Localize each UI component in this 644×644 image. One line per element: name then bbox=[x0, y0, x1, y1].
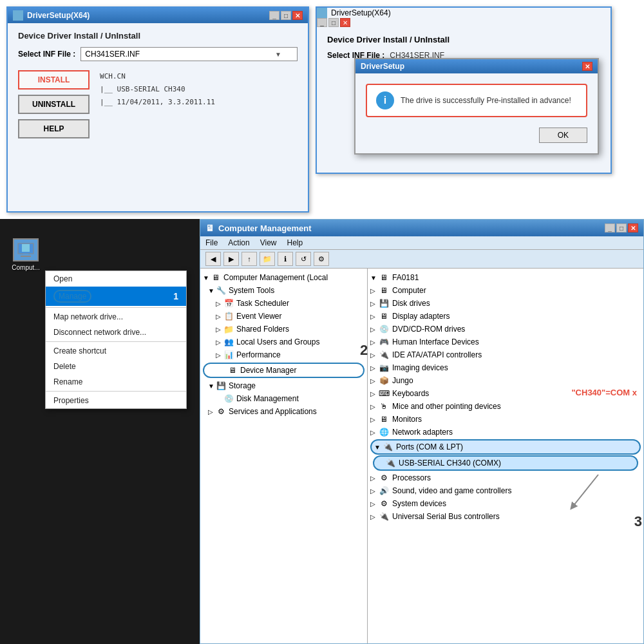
info-line2: |__ USB-SERIAL CH340 bbox=[100, 83, 215, 96]
tree-storage[interactable]: ▼ 💾 Storage bbox=[200, 379, 367, 392]
expand-icon: ▷ bbox=[370, 287, 378, 294]
hid-icon: 🎮 bbox=[378, 337, 390, 347]
success-dialog-close[interactable]: ✕ bbox=[582, 62, 592, 71]
dev-jungo[interactable]: ▷ 📦 Jungo bbox=[368, 374, 643, 387]
dev-label-display: Display adapters bbox=[392, 312, 450, 321]
dev-hid[interactable]: ▷ 🎮 Human Interface Devices bbox=[368, 336, 643, 348]
tree-shared-folders[interactable]: ▷ 📁 Shared Folders bbox=[200, 323, 367, 336]
uninstall-button[interactable]: UNINSTALL bbox=[18, 95, 90, 114]
dev-fa0181[interactable]: ▼ 🖥 FA0181 bbox=[368, 271, 643, 284]
ok-button[interactable]: OK bbox=[539, 128, 587, 143]
tree-event-viewer[interactable]: ▷ 📋 Event Viewer bbox=[200, 310, 367, 323]
close-btn-right[interactable]: ✕ bbox=[340, 18, 350, 27]
svg-rect-2 bbox=[23, 254, 28, 256]
menu-action[interactable]: Action bbox=[228, 238, 249, 247]
dev-computer[interactable]: ▷ 🖥 Computer bbox=[368, 284, 643, 297]
expand-icon: ▷ bbox=[370, 513, 378, 520]
dev-disk-drives[interactable]: ▷ 💾 Disk drives bbox=[368, 297, 643, 310]
comp-mgmt-minimize[interactable]: _ bbox=[605, 223, 615, 232]
menu-help[interactable]: Help bbox=[287, 238, 303, 247]
toolbar-up[interactable]: ↑ bbox=[242, 252, 257, 266]
annotation-3: 3 bbox=[634, 513, 642, 530]
dev-network-adapters[interactable]: ▷ 🌐 Network adapters bbox=[368, 426, 643, 439]
dev-display-adapters[interactable]: ▷ 🖥 Display adapters bbox=[368, 310, 643, 323]
dev-mice[interactable]: ▷ 🖱 Mice and other pointing devices bbox=[368, 400, 643, 413]
jungo-icon: 📦 bbox=[378, 375, 390, 386]
dev-monitors[interactable]: ▷ 🖥 Monitors bbox=[368, 413, 643, 426]
tree-label-perf: Performance bbox=[236, 350, 281, 359]
tree-label-task: Task Scheduler bbox=[236, 299, 289, 308]
menu-item-delete[interactable]: Delete bbox=[46, 359, 186, 374]
proc-icon: ⚙ bbox=[378, 473, 390, 483]
toolbar-info[interactable]: ℹ bbox=[278, 252, 293, 266]
toolbar-refresh[interactable]: ↺ bbox=[296, 252, 311, 266]
comp-mgmt-icon: 🖥 bbox=[205, 223, 214, 233]
driver-buttons-group: INSTALL UNINSTALL HELP bbox=[18, 70, 90, 138]
dev-label-usb-ctrl: Universal Serial Bus controllers bbox=[392, 512, 500, 521]
fa0181-icon: 🖥 bbox=[378, 272, 390, 283]
tree-local-users[interactable]: ▷ 👥 Local Users and Groups bbox=[200, 336, 367, 348]
inf-dropdown[interactable]: CH341SER.INF ▼ bbox=[80, 47, 298, 61]
dev-label-dvd: DVD/CD-ROM drives bbox=[392, 325, 465, 334]
toolbar-back[interactable]: ◀ bbox=[205, 252, 221, 266]
success-message-row: i The drive is successfully Pre-installe… bbox=[366, 84, 587, 117]
toolbar-folder[interactable]: 📁 bbox=[260, 252, 275, 266]
expand-icon: ▼ bbox=[208, 383, 216, 390]
toolbar-props[interactable]: ⚙ bbox=[314, 252, 329, 266]
inf-label: Select INF File : bbox=[18, 50, 75, 59]
tree-system-tools[interactable]: ▼ 🔧 System Tools bbox=[200, 284, 367, 297]
menu-item-rename[interactable]: Rename bbox=[46, 374, 186, 390]
expand-icon: ▷ bbox=[216, 326, 223, 333]
tree-device-manager[interactable]: 🖥 Device Manager bbox=[203, 363, 365, 378]
mgmt-right-pane: ▼ 🖥 FA0181 ▷ 🖥 Computer ▷ 💾 Disk drives … bbox=[368, 269, 643, 643]
maximize-btn-right[interactable]: □ bbox=[328, 18, 339, 27]
dev-imaging[interactable]: ▷ 📷 Imaging devices bbox=[368, 361, 643, 374]
menu-disconnect-label: Disconnect network drive... bbox=[53, 328, 146, 337]
tree-label-users: Local Users and Groups bbox=[236, 337, 319, 346]
menu-create-shortcut-label: Create shortcut bbox=[53, 346, 106, 355]
dev-ide[interactable]: ▷ 🔌 IDE ATA/ATAPI controllers bbox=[368, 348, 643, 361]
menu-file[interactable]: File bbox=[205, 238, 218, 247]
minimize-btn[interactable]: _ bbox=[269, 11, 279, 20]
dev-label-jungo: Jungo bbox=[392, 376, 413, 385]
tree-services[interactable]: ▷ ⚙ Services and Applications bbox=[200, 405, 367, 418]
menu-separator3 bbox=[46, 391, 186, 392]
expand-icon: ▷ bbox=[370, 429, 378, 436]
computer-management-window: 🖥 Computer Management _ □ ✕ File Action … bbox=[200, 219, 644, 644]
comp-mgmt-close[interactable]: ✕ bbox=[628, 223, 638, 232]
install-button[interactable]: INSTALL bbox=[18, 70, 90, 90]
close-btn[interactable]: ✕ bbox=[292, 11, 303, 20]
tree-computer-mgmt-local[interactable]: ▼ 🖥 Computer Management (Local bbox=[200, 271, 367, 284]
system-tools-icon: 🔧 bbox=[216, 285, 226, 296]
dev-ports[interactable]: ▼ 🔌 Ports (COM & LPT) bbox=[370, 439, 641, 455]
menu-open-label: Open bbox=[53, 274, 72, 283]
tree-performance[interactable]: ▷ 📊 Performance bbox=[200, 348, 367, 361]
dev-label-sysdev: System devices bbox=[392, 499, 446, 508]
menu-item-create-shortcut[interactable]: Create shortcut bbox=[46, 343, 186, 359]
help-button[interactable]: HELP bbox=[18, 119, 90, 138]
menu-view[interactable]: View bbox=[260, 238, 277, 247]
menu-item-manage[interactable]: Manage 1 bbox=[46, 287, 186, 306]
toolbar-forward[interactable]: ▶ bbox=[223, 252, 239, 266]
menu-rename-label: Rename bbox=[53, 377, 82, 386]
tree-task-scheduler[interactable]: ▷ 📅 Task Scheduler bbox=[200, 297, 367, 310]
maximize-btn[interactable]: □ bbox=[281, 11, 291, 20]
menu-item-properties[interactable]: Properties bbox=[46, 393, 186, 408]
dev-label-mice: Mice and other pointing devices bbox=[392, 402, 501, 411]
success-dialog-titlebar: DriverSetup ✕ bbox=[355, 59, 598, 73]
expand-icon: ▷ bbox=[370, 313, 378, 320]
tree-disk-mgmt[interactable]: 💿 Disk Management bbox=[200, 392, 367, 405]
minimize-btn-right[interactable]: _ bbox=[317, 18, 327, 27]
driver-right-title: DriverSetup(X64) bbox=[331, 8, 391, 17]
driver-right-heading: Device Driver Install / UnInstall bbox=[327, 35, 600, 44]
dropdown-arrow-icon: ▼ bbox=[275, 51, 281, 58]
expand-icon: ▷ bbox=[216, 352, 223, 359]
dev-dvd[interactable]: ▷ 💿 DVD/CD-ROM drives bbox=[368, 323, 643, 336]
desktop-icon[interactable]: Comput... bbox=[6, 238, 45, 271]
context-area: Comput... Open Manage 1 Map network driv… bbox=[0, 219, 200, 644]
menu-item-open[interactable]: Open bbox=[46, 271, 186, 287]
menu-item-disconnect[interactable]: Disconnect network drive... bbox=[46, 325, 186, 340]
menu-item-map-drive[interactable]: Map network drive... bbox=[46, 309, 186, 325]
comp-mgmt-maximize[interactable]: □ bbox=[616, 223, 627, 232]
dev-label-network: Network adapters bbox=[392, 428, 453, 437]
